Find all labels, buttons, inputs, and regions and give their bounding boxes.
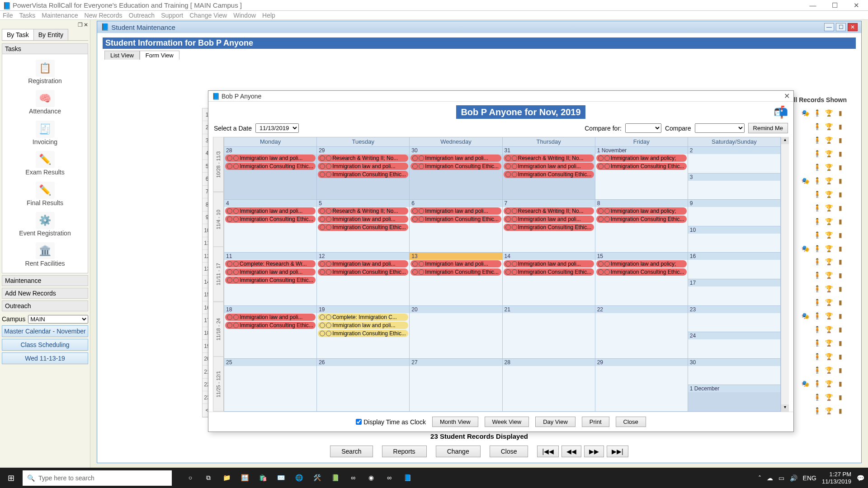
calendar-cell[interactable]: 15Immigration law and policy;Immigration… (595, 252, 688, 305)
person-icon[interactable]: 🧍 (812, 366, 821, 375)
vs-icon[interactable]: ∞ (346, 474, 360, 482)
calendar-event[interactable]: Immigration law and poli... (318, 216, 408, 223)
trophy-icon[interactable]: 🏆 (824, 325, 833, 334)
calendar-event[interactable]: Immigration Consulting Ethic... (318, 330, 408, 337)
section-maintenance[interactable]: Maintenance (2, 275, 88, 286)
calendar-cell[interactable]: 25 (224, 358, 317, 411)
calendar-cell[interactable]: 2324 (688, 305, 781, 358)
calendar-event[interactable]: Immigration Consulting Ethic... (596, 163, 687, 170)
calendar-event[interactable]: Immigration law and poli... (410, 260, 501, 267)
person-icon[interactable]: 🧍 (812, 122, 821, 131)
calendar-cell[interactable]: 5Research & Writing II; No...Immigration… (317, 199, 410, 252)
trophy-icon[interactable]: 🏆 (824, 203, 833, 212)
task-invoicing[interactable]: 🧾Invoicing (2, 118, 88, 148)
calendar-close-button[interactable]: Close (616, 417, 646, 427)
person-icon[interactable]: 🧍 (812, 311, 821, 320)
week-view-button[interactable]: Week View (485, 417, 529, 427)
calendar-event[interactable]: Immigration law and poli... (225, 207, 316, 215)
compare-select[interactable] (695, 123, 745, 133)
trophy-icon[interactable]: 🏆 (824, 366, 833, 375)
scroll-down-icon[interactable]: ▾ (781, 404, 789, 412)
menu-window[interactable]: Window (233, 12, 256, 19)
calendar-cell[interactable]: 910 (688, 199, 781, 252)
calendar-event[interactable]: Immigration law and poli... (225, 268, 316, 276)
trophy-icon[interactable]: 🏆 (824, 271, 833, 280)
calendar-event[interactable]: Immigration Consulting Ethic... (410, 216, 501, 223)
calendar-event[interactable]: Immigration Consulting Ethic... (225, 277, 316, 284)
calendar-cell[interactable]: 28 (503, 358, 595, 411)
calendar-cell[interactable]: 30Immigration law and poli...Immigration… (410, 146, 502, 199)
calendar-event[interactable]: Immigration Consulting Ethic... (504, 171, 594, 178)
menu-tasks[interactable]: Tasks (19, 12, 36, 19)
person-icon[interactable]: 🧍 (812, 379, 821, 388)
reports-button[interactable]: Reports (382, 446, 427, 457)
trophy-icon[interactable]: 🏆 (824, 163, 833, 172)
calendar-event[interactable]: Research & Writing II; No... (504, 155, 594, 162)
calendar-event[interactable]: Immigration law and poli... (504, 163, 594, 170)
tab-by-task[interactable]: By Task (2, 29, 34, 40)
person-icon[interactable]: 🧍 (812, 108, 821, 117)
detail-icon[interactable]: ▮ (836, 163, 845, 172)
detail-icon[interactable]: ▮ (836, 325, 845, 334)
person-icon[interactable]: 🧍 (812, 406, 821, 415)
calendar-cell[interactable]: 29 (595, 358, 688, 411)
mdi-maximize[interactable]: ☐ (836, 23, 846, 31)
cloud-icon[interactable]: ☁ (767, 474, 773, 482)
detail-icon[interactable]: ▮ (836, 203, 845, 212)
detail-icon[interactable]: ▮ (836, 190, 845, 199)
outlook-icon[interactable]: ✉️ (274, 474, 288, 482)
calendar-cell[interactable]: 11Complete: Research & Wr...Immigration … (224, 252, 317, 305)
calendar-event[interactable]: Immigration Consulting Ethic... (504, 224, 594, 231)
detail-icon[interactable]: ▮ (836, 284, 845, 293)
trophy-icon[interactable]: 🏆 (824, 298, 833, 307)
person-icon[interactable]: 🧍 (812, 244, 821, 253)
person-icon[interactable]: 🧍 (812, 190, 821, 199)
calendar-event[interactable]: Immigration law and poli... (225, 155, 316, 162)
nav-next[interactable]: ▶▶ (584, 446, 604, 457)
trophy-icon[interactable]: 🏆 (824, 136, 833, 145)
trophy-icon[interactable]: 🏆 (824, 338, 833, 347)
nav-first[interactable]: |◀◀ (537, 446, 559, 457)
person-icon[interactable]: 🧍 (812, 230, 821, 239)
detail-icon[interactable]: ▮ (836, 406, 845, 415)
calendar-cell[interactable]: 12Immigration law and poli...Immigration… (317, 252, 410, 305)
campus-select[interactable]: MAIN (28, 315, 88, 324)
cortana-icon[interactable]: ○ (184, 474, 197, 482)
calendar-event[interactable]: Immigration Consulting Ethic... (318, 268, 408, 276)
calendar-cell[interactable]: 18Immigration law and poli...Immigration… (224, 305, 317, 358)
calendar-event[interactable]: Immigration Consulting Ethic... (225, 322, 316, 329)
trophy-icon[interactable]: 🏆 (824, 244, 833, 253)
tray-chevron-icon[interactable]: ˄ (758, 474, 761, 482)
tab-list-view[interactable]: List View (104, 51, 140, 60)
person-icon[interactable]: 🧍 (812, 298, 821, 307)
calendar-event[interactable]: Immigration law and poli... (318, 322, 408, 329)
detail-icon[interactable]: ▮ (836, 217, 845, 226)
calendar-event[interactable]: Immigration law and poli... (410, 155, 501, 162)
app-icon-5[interactable]: ◉ (364, 474, 378, 482)
calendar-cell[interactable]: 29Research & Writing II; No...Immigratio… (317, 146, 410, 199)
search-button[interactable]: Search (330, 446, 373, 457)
detail-icon[interactable]: ▮ (836, 149, 845, 158)
calendar-cell[interactable]: 23 (688, 146, 781, 199)
calendar-event[interactable]: Immigration Consulting Ethic... (318, 171, 408, 178)
trophy-icon[interactable]: 🏆 (824, 284, 833, 293)
calendar-cell[interactable]: 28Immigration law and poli...Immigration… (224, 146, 317, 199)
trophy-icon[interactable]: 🏆 (824, 393, 833, 402)
task-attendance[interactable]: 🧠Attendance (2, 87, 88, 117)
taskbar-search[interactable]: 🔍 Type here to search (23, 470, 172, 486)
menu-help[interactable]: Help (262, 12, 275, 19)
link-master-calendar-november[interactable]: Master Calendar - November (2, 325, 88, 337)
calendar-cell[interactable]: 31Research & Writing II; No...Immigratio… (503, 146, 595, 199)
tab-by-entity[interactable]: By Entity (33, 29, 68, 40)
section-tasks[interactable]: Tasks (2, 43, 88, 54)
mdi-minimize[interactable]: — (824, 23, 834, 31)
detail-icon[interactable]: ▮ (836, 352, 845, 361)
calendar-cell[interactable]: 4Immigration law and poli...Immigration … (224, 199, 317, 252)
date-picker[interactable]: 11/13/2019 (255, 123, 299, 133)
app-icon-2[interactable]: 🛍️ (256, 474, 269, 482)
calendar-event[interactable]: Research & Writing II; No... (504, 207, 594, 215)
remind-me-button[interactable]: Remind Me (748, 123, 788, 133)
task-exam-results[interactable]: ✏️Exam Results (2, 148, 88, 178)
display-time-checkbox[interactable]: Display Time as Clock (356, 418, 426, 426)
app-icon-6[interactable]: 📘 (401, 474, 414, 482)
